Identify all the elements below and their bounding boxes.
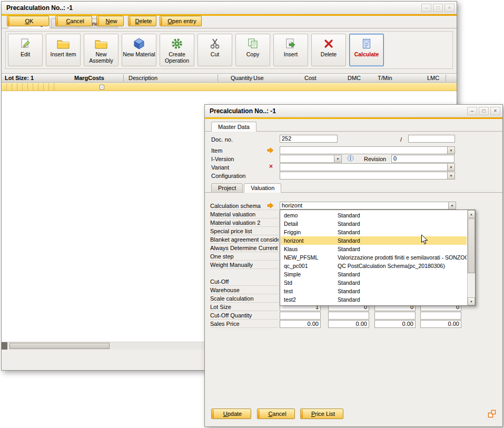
- dropdown-item[interactable]: SimpleStandard: [281, 270, 467, 278]
- item-combo[interactable]: ▼: [280, 146, 455, 154]
- button-label: Create Operation: [160, 51, 194, 64]
- toolbar: Edit Insert item New Assembly New Materi…: [5, 31, 453, 69]
- tab-project[interactable]: Project: [211, 183, 243, 193]
- close-button[interactable]: ×: [444, 4, 454, 12]
- revision-input[interactable]: 0: [391, 155, 454, 163]
- delete-row-button[interactable]: Delete: [128, 16, 156, 26]
- dropdown-item[interactable]: NEW_PFSMLValorizzazione prodotti finiti …: [281, 253, 467, 262]
- sales-price-input-3[interactable]: 0.00: [374, 320, 416, 328]
- insert-item-button[interactable]: Insert item: [46, 34, 81, 66]
- column-separator: [123, 75, 124, 81]
- doc-no-label: Doc. no.: [211, 136, 233, 143]
- row-label-always-determine: Always Determine Current M: [210, 244, 279, 252]
- accent-bar: [205, 117, 502, 119]
- delete-button[interactable]: Delete: [311, 34, 346, 66]
- column-description: Description: [129, 75, 157, 81]
- button-label: Delete: [321, 51, 337, 57]
- link-arrow-icon[interactable]: [267, 147, 274, 154]
- row-label-cut-off-quantity: Cut-Off Quantity: [210, 311, 279, 320]
- row-label-blank: [210, 269, 279, 277]
- expand-toggle[interactable]: -: [100, 85, 104, 89]
- dropdown-item-selected[interactable]: horizontStandard: [281, 236, 467, 245]
- resize-grip-icon[interactable]: [488, 410, 496, 418]
- title-bar: Precalculation No..: -1 – □ ×: [205, 105, 502, 117]
- edit-button[interactable]: Edit: [8, 34, 43, 66]
- button-label: New Material: [123, 51, 155, 57]
- update-button[interactable]: Update: [211, 409, 251, 419]
- dropdown-item[interactable]: qc_pc001QC PostCalculation Schema(pc_201…: [281, 262, 467, 270]
- mouse-cursor: [421, 234, 428, 246]
- chevron-down-icon[interactable]: ▼: [447, 172, 454, 179]
- scissors-icon: [209, 36, 221, 51]
- link-arrow-icon[interactable]: [267, 203, 274, 210]
- chevron-down-icon[interactable]: ▼: [334, 155, 341, 162]
- calculation-schema-combo[interactable]: horizont ▼: [280, 202, 456, 210]
- variant-combo[interactable]: ▼: [280, 163, 455, 171]
- ok-button[interactable]: OK: [7, 16, 49, 26]
- sales-price-input-1[interactable]: 0.00: [280, 320, 321, 328]
- scrollbar-thumb[interactable]: [468, 218, 475, 273]
- dropdown-item[interactable]: StdStandard: [281, 278, 467, 287]
- calculate-button[interactable]: Calculate: [349, 34, 384, 66]
- window-title: Precalculation No..: -1: [6, 4, 420, 12]
- column-margcosts: MargCosts: [74, 75, 104, 81]
- minimize-button[interactable]: –: [421, 4, 431, 12]
- i-version-combo[interactable]: ▼: [280, 155, 342, 163]
- cut-off-quantity-input-4[interactable]: [420, 312, 461, 320]
- scrollbar-thumb[interactable]: [9, 343, 110, 349]
- maximize-button[interactable]: □: [479, 107, 489, 115]
- configuration-combo[interactable]: ▼: [280, 172, 455, 180]
- dropdown-item[interactable]: DetailStandard: [281, 220, 467, 228]
- scroll-down-icon[interactable]: ▼: [468, 297, 475, 305]
- cut-off-quantity-input-2[interactable]: [328, 312, 369, 320]
- doc-no-separator: /: [400, 136, 402, 143]
- dropdown-scrollbar[interactable]: ▲ ▼: [467, 210, 475, 305]
- copy-button[interactable]: Copy: [235, 34, 270, 66]
- button-label: Cut: [211, 51, 219, 57]
- column-use: Use: [253, 75, 264, 81]
- tab-valuation[interactable]: Valuation: [244, 183, 281, 193]
- sub-tabstrip: Project Valuation: [205, 183, 502, 193]
- calculator-icon: [360, 36, 373, 51]
- cut-off-quantity-input-1[interactable]: [280, 312, 321, 320]
- required-x-icon: ×: [269, 164, 273, 170]
- create-operation-button[interactable]: Create Operation: [160, 34, 194, 66]
- chevron-down-icon[interactable]: ▼: [448, 202, 456, 209]
- dropdown-item[interactable]: KlausStandard: [281, 245, 467, 253]
- title-bar: Precalculation No..: -1 – □ ×: [2, 2, 457, 14]
- dropdown-item[interactable]: demoStandard: [281, 211, 467, 220]
- cut-off-quantity-input-3[interactable]: [374, 312, 416, 320]
- open-entry-button[interactable]: Open entry: [160, 16, 202, 26]
- row-label-material-valuation: Material valuation: [210, 210, 279, 218]
- maximize-button[interactable]: □: [433, 4, 443, 12]
- column-cost: Cost: [304, 75, 317, 81]
- cancel-button[interactable]: Cancel: [55, 16, 92, 26]
- combo-value: horizont: [282, 202, 302, 209]
- doc-no2-input[interactable]: [408, 135, 455, 143]
- cancel-button[interactable]: Cancel: [257, 409, 295, 419]
- insert-button[interactable]: Insert: [273, 34, 308, 66]
- sales-price-input-2[interactable]: 0.00: [328, 320, 369, 328]
- doc-no-input[interactable]: 252: [280, 135, 338, 143]
- dropdown-item[interactable]: test2Standard: [281, 295, 467, 304]
- dropdown-item[interactable]: testStandard: [281, 287, 467, 295]
- paste-icon: [284, 36, 297, 51]
- splitter-handle[interactable]: [2, 342, 7, 350]
- grid-row-selected[interactable]: -: [2, 83, 457, 91]
- chevron-down-icon[interactable]: ▼: [447, 147, 454, 154]
- close-button[interactable]: ×: [490, 107, 500, 115]
- tab-master-data[interactable]: Master Data: [211, 122, 256, 132]
- new-material-button[interactable]: New Material: [122, 34, 156, 66]
- scroll-up-icon[interactable]: ▲: [468, 210, 475, 218]
- chevron-down-icon[interactable]: ▼: [447, 164, 454, 171]
- minimize-button[interactable]: –: [467, 107, 477, 115]
- column-separator: [218, 75, 218, 81]
- sales-price-input-4[interactable]: 0.00: [420, 320, 461, 328]
- dropdown-item[interactable]: FrigginStandard: [281, 228, 467, 236]
- info-icon[interactable]: [347, 155, 354, 163]
- new-assembly-button[interactable]: New Assembly: [84, 34, 118, 66]
- column-lmc: LMC: [427, 75, 439, 81]
- new-button[interactable]: New: [96, 16, 124, 26]
- cut-button[interactable]: Cut: [197, 34, 232, 66]
- price-list-button[interactable]: Price List: [300, 409, 343, 419]
